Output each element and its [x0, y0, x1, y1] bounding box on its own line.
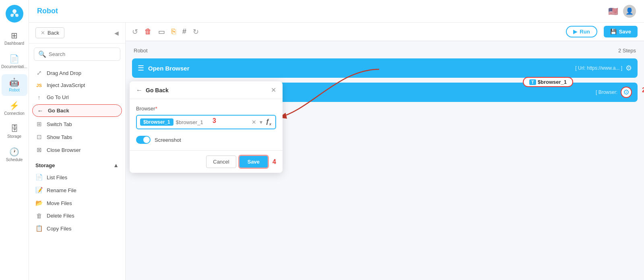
robot-icon: 🤖 [9, 77, 19, 87]
list-item-go-to-url[interactable]: ↑ Go To Url [29, 91, 125, 104]
move-files-icon: 📂 [35, 199, 43, 207]
modal-title: Go Back [146, 87, 169, 93]
variable-type-icon: T [529, 79, 536, 85]
list-item-list-files[interactable]: 📄 List Files [29, 171, 125, 184]
delete-files-icon: 🗑 [35, 212, 43, 219]
list-item-label: Close Browser [47, 147, 81, 153]
formula-button[interactable]: ƒx [265, 117, 272, 127]
copy-files-icon: 📋 [35, 225, 43, 232]
sidebar-item-schedule[interactable]: 🕐 Schedule [2, 144, 27, 166]
step-open-browser[interactable]: ☰ Open Browser [ Url: https://www.a... ]… [132, 58, 638, 78]
clear-input-button[interactable]: ✕ [251, 118, 257, 126]
sidebar-item-label: Robot [9, 88, 20, 93]
sidebar: ⊞ Dashboard 📄 Documentati... 🤖 Robot ⚡ C… [0, 0, 29, 280]
list-item-close-browser[interactable]: ⊠ Close Browser [29, 143, 125, 156]
hash-icon[interactable]: # [182, 27, 186, 36]
breadcrumb-bar: Robot 2 Steps [132, 48, 638, 54]
list-item-label: List Files [47, 174, 67, 180]
storage-label: Storage [35, 162, 55, 168]
list-item-label: Go Back [48, 108, 69, 114]
modal-back-icon[interactable]: ← [136, 87, 142, 94]
sidebar-item-dashboard[interactable]: ⊞ Dashboard [2, 27, 27, 49]
list-item-label: Copy Files [47, 226, 71, 232]
list-item-rename-file[interactable]: 📝 Rename File [29, 184, 125, 197]
cancel-button[interactable]: Cancel [206, 156, 236, 168]
list-item-delete-files[interactable]: 🗑 Delete Files [29, 209, 125, 222]
tag-chip: $browser_1 [140, 118, 173, 126]
sidebar-item-connection[interactable]: ⚡ Connection [2, 97, 27, 119]
browser-input-field[interactable]: $browser_1 ✕ ▾ ƒx [136, 115, 276, 129]
undo-icon[interactable]: ↺ [132, 27, 138, 36]
open-browser-title: Open Browser [148, 65, 575, 72]
storage-toggle[interactable]: ▲ [113, 162, 119, 168]
list-item-label: Rename File [47, 187, 76, 193]
list-item-label: Inject JavaScript [47, 82, 85, 88]
search-box[interactable]: 🔍 [34, 48, 120, 61]
copy-icon[interactable]: ⎘ [171, 27, 176, 36]
drag-drop-icon: ⤢ [35, 69, 43, 77]
collapse-button[interactable]: ◀ [114, 30, 119, 36]
user-avatar[interactable]: 👤 [623, 5, 636, 18]
modal-header: ← Go Back ✕ [130, 81, 283, 99]
modal-close-button[interactable]: ✕ [271, 86, 276, 94]
app-title: Robot [37, 7, 58, 15]
search-icon: 🔍 [38, 50, 46, 58]
close-icon: ✕ [41, 30, 45, 36]
list-item-label: Go To Url [47, 94, 69, 100]
modal-save-button[interactable]: Save [239, 156, 268, 168]
annotation-number-4: 4 [272, 158, 276, 166]
list-item-inject-js[interactable]: JS Inject JavaScript [29, 79, 125, 91]
list-item-go-back[interactable]: ← Go Back 1 [32, 104, 122, 117]
sidebar-item-storage[interactable]: 🗄 Storage [2, 121, 27, 142]
switch-tab-icon: ⊞ [35, 120, 43, 128]
run-button[interactable]: ▶ Run [566, 26, 597, 37]
modal-header-left: ← Go Back [136, 87, 169, 94]
sidebar-item-documentation[interactable]: 📄 Documentati... [2, 51, 27, 73]
variable-chip: T $browser_1 [523, 77, 573, 87]
back-label: Back [47, 30, 59, 36]
modal-body: Browser* $browser_1 ✕ ▾ ƒx [130, 99, 283, 150]
schedule-icon: 🕐 [9, 147, 19, 157]
sidebar-item-label: Storage [7, 134, 21, 139]
list-item-move-files[interactable]: 📂 Move Files [29, 197, 125, 209]
sidebar-item-robot[interactable]: 🤖 Robot [2, 74, 27, 96]
toolbar: ↺ 🗑 ▭ ⎘ # ↻ ▶ Run 💾 Save [126, 23, 644, 41]
redo-icon[interactable]: ↻ [193, 27, 199, 36]
save-label: Save [619, 29, 631, 35]
inject-js-icon: JS [35, 83, 43, 88]
storage-icon: 🗄 [10, 124, 19, 133]
list-item-label: Delete Files [47, 213, 74, 219]
connection-icon: ⚡ [9, 101, 19, 110]
list-item-label: Drag And Drop [47, 70, 81, 76]
delete-icon[interactable]: 🗑 [144, 27, 152, 36]
go-back-icon: ← [37, 107, 44, 114]
screenshot-toggle[interactable] [136, 136, 151, 144]
list-item-switch-tab[interactable]: ⊞ Switch Tab [29, 118, 125, 131]
annotation-number-2: 2 [642, 87, 644, 94]
dropdown-button[interactable]: ▾ [259, 118, 263, 126]
app-logo [6, 5, 23, 23]
list-item-label: Switch Tab [47, 121, 72, 127]
modal-footer: Cancel Save 4 [130, 150, 283, 173]
documentation-icon: 📄 [9, 54, 19, 64]
close-browser-icon: ⊠ [35, 146, 43, 153]
screen-icon[interactable]: ▭ [158, 27, 165, 36]
open-browser-step-icon: ☰ [138, 64, 144, 73]
list-item-show-tabs[interactable]: ⊡ Show Tabs [29, 131, 125, 143]
list-item-copy-files[interactable]: 📋 Copy Files [29, 222, 125, 235]
save-button[interactable]: 💾 Save [604, 26, 638, 37]
browser-text-input[interactable] [176, 119, 248, 125]
sidebar-item-label: Schedule [6, 158, 23, 162]
panel-header: ✕ Back ◀ [29, 23, 125, 44]
search-input[interactable] [49, 51, 116, 57]
go-back-settings[interactable]: ⚙ [621, 87, 632, 98]
open-browser-settings[interactable]: ⚙ [625, 64, 632, 73]
left-panel: ✕ Back ◀ 🔍 ⤢ Drag And Drop JS Inject Jav… [29, 23, 126, 280]
breadcrumb: Robot [134, 48, 148, 54]
save-icon: 💾 [610, 29, 617, 35]
back-button[interactable]: ✕ Back [35, 27, 64, 38]
list-files-icon: 📄 [35, 174, 43, 181]
run-label: Run [580, 29, 590, 35]
go-back-modal: ← Go Back ✕ Browser* $browser_1 [130, 81, 283, 173]
list-item-drag-drop[interactable]: ⤢ Drag And Drop [29, 66, 125, 79]
